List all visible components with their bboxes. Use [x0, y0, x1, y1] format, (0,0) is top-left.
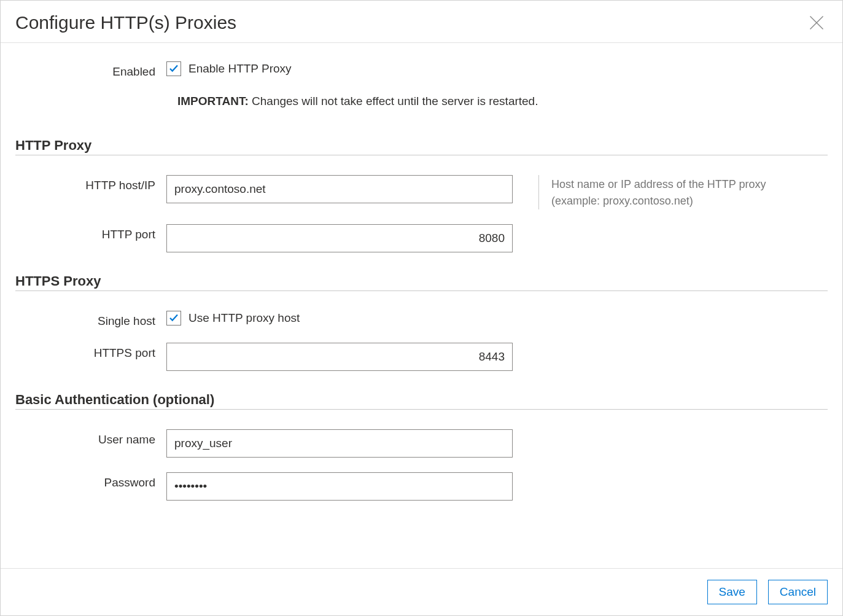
dialog-body: Enabled Enable HTTP Proxy IMPORTANT: Cha…	[1, 43, 842, 568]
https-port-input[interactable]	[166, 343, 513, 371]
basic-auth-section: Basic Authentication (optional) User nam…	[15, 392, 828, 501]
checkmark-icon	[168, 63, 179, 76]
cancel-button[interactable]: Cancel	[768, 580, 828, 604]
enabled-label: Enabled	[15, 61, 166, 79]
dialog-footer: Save Cancel	[1, 568, 842, 615]
password-row: Password	[15, 472, 828, 501]
http-host-label: HTTP host/IP	[15, 175, 166, 192]
enabled-checkbox-label: Enable HTTP Proxy	[188, 62, 292, 76]
important-note: IMPORTANT: Changes will not take effect …	[177, 95, 828, 108]
dialog-header: Configure HTTP(s) Proxies	[1, 1, 842, 43]
close-button[interactable]	[806, 12, 828, 34]
http-host-help: Host name or IP address of the HTTP prox…	[538, 175, 772, 209]
single-host-checkbox[interactable]	[166, 311, 181, 326]
https-proxy-section: HTTPS Proxy Single host Use HTTP proxy h…	[15, 273, 828, 371]
http-port-label: HTTP port	[15, 224, 166, 241]
username-label: User name	[15, 429, 166, 446]
http-host-input[interactable]	[166, 175, 513, 203]
http-port-row: HTTP port	[15, 224, 828, 252]
important-text: Changes will not take effect until the s…	[249, 95, 538, 107]
https-port-label: HTTPS port	[15, 343, 166, 360]
http-proxy-section: HTTP Proxy HTTP host/IP Host name or IP …	[15, 138, 828, 252]
username-row: User name	[15, 429, 828, 458]
configure-proxies-dialog: Configure HTTP(s) Proxies Enabled Enable…	[0, 0, 843, 616]
important-prefix: IMPORTANT:	[177, 95, 249, 107]
password-label: Password	[15, 472, 166, 489]
basic-auth-section-title: Basic Authentication (optional)	[15, 392, 828, 410]
http-port-input[interactable]	[166, 224, 513, 252]
enabled-checkbox[interactable]	[166, 61, 181, 76]
dialog-title: Configure HTTP(s) Proxies	[15, 12, 236, 33]
single-host-label: Single host	[15, 311, 166, 328]
https-proxy-section-title: HTTPS Proxy	[15, 273, 828, 291]
checkmark-icon	[168, 312, 179, 325]
username-input[interactable]	[166, 429, 513, 458]
save-button[interactable]: Save	[707, 580, 757, 604]
password-input[interactable]	[166, 472, 513, 501]
single-host-checkbox-label: Use HTTP proxy host	[188, 311, 300, 325]
http-proxy-section-title: HTTP Proxy	[15, 138, 828, 155]
single-host-row: Single host Use HTTP proxy host	[15, 311, 828, 328]
http-host-row: HTTP host/IP Host name or IP address of …	[15, 175, 828, 209]
https-port-row: HTTPS port	[15, 343, 828, 371]
enabled-row: Enabled Enable HTTP Proxy	[15, 61, 828, 79]
